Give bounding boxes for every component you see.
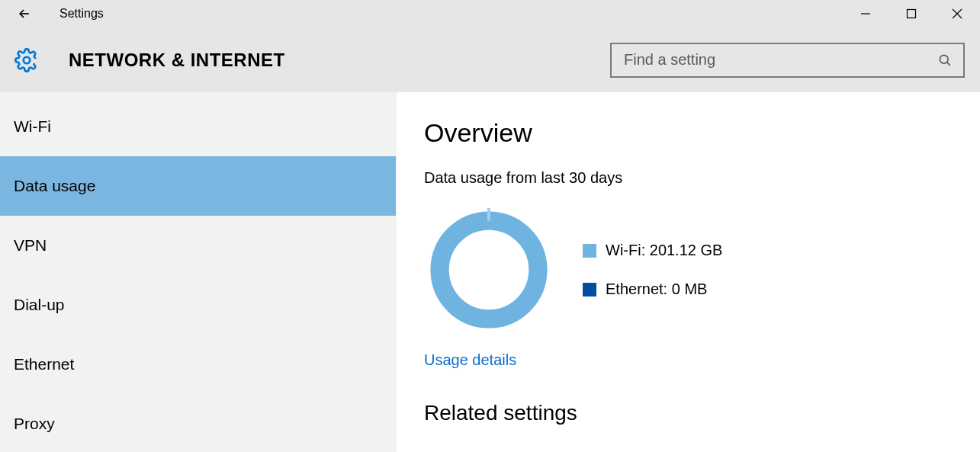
sidebar-item-wifi[interactable]: Wi-Fi	[0, 97, 396, 156]
window-title: Settings	[59, 7, 104, 21]
maximize-icon	[906, 8, 917, 19]
legend-ethernet-label: Ethernet: 0 MB	[606, 280, 707, 298]
main-pane: Overview Data usage from last 30 days Wi…	[397, 92, 980, 452]
data-usage-subtext: Data usage from last 30 days	[424, 169, 980, 187]
svg-point-2	[940, 55, 948, 63]
back-arrow-icon	[17, 6, 32, 21]
sidebar-item-label: VPN	[14, 236, 47, 255]
maximize-button[interactable]	[888, 0, 934, 27]
sidebar-item-label: Dial-up	[14, 296, 65, 314]
sidebar-item-label: Data usage	[14, 177, 95, 195]
legend-wifi: Wi-Fi: 201.12 GB	[583, 242, 722, 259]
sidebar-item-label: Proxy	[14, 415, 55, 433]
search-box[interactable]	[610, 43, 965, 78]
legend-wifi-label: Wi-Fi: 201.12 GB	[606, 242, 722, 259]
minimize-button[interactable]	[843, 0, 888, 27]
category-title: NETWORK & INTERNET	[69, 50, 285, 71]
svg-point-1	[24, 56, 31, 63]
titlebar: Settings	[0, 0, 980, 27]
swatch-ethernet	[583, 283, 596, 297]
svg-point-3	[440, 221, 538, 319]
search-input[interactable]	[624, 51, 937, 69]
legend: Wi-Fi: 201.12 GB Ethernet: 0 MB	[583, 242, 722, 298]
svg-rect-0	[908, 9, 916, 18]
sidebar-item-proxy[interactable]: Proxy	[0, 394, 396, 452]
sidebar: Wi-Fi Data usage VPN Dial-up Ethernet Pr…	[0, 92, 397, 452]
sidebar-item-data-usage[interactable]: Data usage	[0, 156, 396, 216]
usage-details-link[interactable]: Usage details	[424, 351, 516, 369]
header: NETWORK & INTERNET	[0, 27, 980, 92]
body: Wi-Fi Data usage VPN Dial-up Ethernet Pr…	[0, 92, 980, 452]
back-button[interactable]	[11, 0, 38, 27]
sidebar-item-label: Wi-Fi	[14, 117, 51, 136]
legend-ethernet: Ethernet: 0 MB	[583, 280, 722, 298]
minimize-icon	[860, 8, 871, 19]
sidebar-item-ethernet[interactable]: Ethernet	[0, 335, 396, 394]
related-settings-heading: Related settings	[424, 401, 980, 425]
overview-heading: Overview	[424, 118, 980, 148]
swatch-wifi	[583, 244, 596, 258]
chart-row: Wi-Fi: 201.12 GB Ethernet: 0 MB	[424, 205, 980, 335]
close-button[interactable]	[934, 0, 980, 27]
data-usage-donut	[424, 205, 554, 335]
sidebar-item-label: Ethernet	[14, 355, 74, 373]
gear-icon	[12, 46, 41, 75]
sidebar-item-vpn[interactable]: VPN	[0, 216, 396, 275]
sidebar-item-dialup[interactable]: Dial-up	[0, 275, 396, 335]
window-controls	[843, 0, 980, 27]
close-icon	[952, 8, 962, 19]
search-icon	[937, 53, 953, 68]
